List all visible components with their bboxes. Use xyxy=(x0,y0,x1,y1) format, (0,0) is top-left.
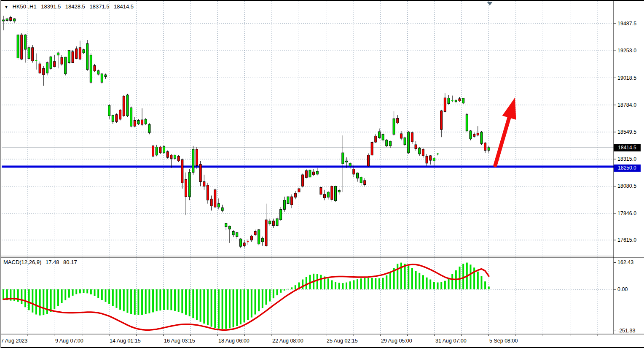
candle-body xyxy=(137,120,140,124)
macd-histogram-bar xyxy=(115,289,117,308)
macd-histogram-bar xyxy=(389,272,391,289)
candle-body xyxy=(254,231,256,235)
price-axis-label: 18784.0 xyxy=(617,102,636,108)
macd-histogram-bar xyxy=(371,278,373,289)
macd-histogram-bar xyxy=(378,278,380,289)
candle-body xyxy=(426,156,428,163)
macd-histogram-bar xyxy=(57,289,59,306)
candle-body xyxy=(283,200,285,210)
price-axis-label: 17615.0 xyxy=(617,237,636,243)
last-bar-marker-icon xyxy=(487,2,493,5)
macd-histogram-bar xyxy=(185,289,187,315)
price-axis-label: 18080.5 xyxy=(617,183,636,189)
candle-body xyxy=(338,190,340,192)
macd-histogram-bar xyxy=(470,264,471,289)
candle-body xyxy=(68,51,70,63)
macd-histogram-bar xyxy=(54,289,55,309)
macd-histogram-bar xyxy=(480,276,482,289)
candle-body xyxy=(294,193,296,197)
candle-body xyxy=(239,239,241,246)
macd-histogram-bar xyxy=(284,289,285,291)
macd-histogram-bar xyxy=(101,289,103,300)
candle-body xyxy=(269,221,271,224)
candle-body xyxy=(419,148,421,154)
macd-histogram-bar xyxy=(317,274,318,289)
macd-axis-label: -251.33 xyxy=(617,328,635,334)
macd-histogram-bar xyxy=(97,289,99,298)
candle-body xyxy=(145,119,147,124)
candle-body xyxy=(105,75,107,76)
window-border-top xyxy=(0,0,644,1)
up-arrow-shaft[interactable] xyxy=(495,118,509,165)
candle-body xyxy=(79,48,81,59)
candle-body xyxy=(422,149,424,156)
candle-body xyxy=(210,199,212,206)
macd-histogram-bar xyxy=(338,283,340,289)
macd-histogram-bar xyxy=(61,289,63,303)
macd-histogram-bar xyxy=(233,289,234,327)
candle-body xyxy=(101,74,103,82)
macd-histogram-bar xyxy=(276,289,278,295)
macd-histogram-bar xyxy=(163,289,165,310)
candle-body xyxy=(346,161,348,162)
candle-body xyxy=(188,173,191,197)
candle-body xyxy=(378,132,380,138)
macd-histogram-bar xyxy=(181,289,183,313)
macd-histogram-bar xyxy=(342,283,343,289)
macd-histogram-bar xyxy=(72,289,74,296)
up-arrow-head-icon[interactable] xyxy=(502,97,516,120)
chart-surface[interactable]: 19487.519253.019018.518784.018549.518315… xyxy=(0,0,644,348)
candle-body xyxy=(57,53,59,55)
macd-histogram-bar xyxy=(404,264,406,289)
macd-histogram-bar xyxy=(90,289,92,294)
candle-body xyxy=(305,171,307,178)
candle-body xyxy=(50,57,52,68)
macd-histogram-bar xyxy=(148,289,150,313)
candle-body xyxy=(174,155,176,159)
ohlc-low: 18371.5 xyxy=(89,3,109,10)
candle-body xyxy=(320,187,322,194)
candle-body xyxy=(462,98,464,103)
macd-histogram-bar xyxy=(408,266,409,289)
macd-histogram-bar xyxy=(203,289,205,324)
symbol-dropdown-icon[interactable]: ▼ xyxy=(4,5,8,9)
candle-body xyxy=(232,231,234,235)
candle-body xyxy=(130,108,132,126)
candle-body xyxy=(108,105,110,116)
candle-body xyxy=(477,133,479,135)
candle-body xyxy=(316,171,318,174)
candle-body xyxy=(488,148,490,150)
macd-histogram-bar xyxy=(75,289,77,294)
candle-body xyxy=(6,19,8,20)
macd-histogram-bar xyxy=(382,278,384,289)
macd-histogram-bar xyxy=(269,289,271,302)
price-axis-label: 17846.0 xyxy=(617,210,636,216)
macd-histogram-bar xyxy=(397,264,398,289)
macd-histogram-bar xyxy=(488,286,490,289)
candle-body xyxy=(28,48,30,59)
candle-body xyxy=(39,64,41,73)
macd-histogram-bar xyxy=(167,289,169,310)
macd-indicator-label: MACD(12,26,9) 17.48 80.17 xyxy=(3,259,80,265)
candle-body xyxy=(170,155,172,159)
macd-histogram-bar xyxy=(123,289,125,311)
candle-body xyxy=(375,136,377,142)
candle-body xyxy=(313,172,315,175)
macd-histogram-bar xyxy=(83,289,85,293)
candle-body xyxy=(287,197,289,203)
macd-histogram-bar xyxy=(368,278,369,289)
ohlc-high: 18428.5 xyxy=(65,3,85,10)
trading-chart-window: 19487.519253.019018.518784.018549.518315… xyxy=(0,0,644,348)
candle-body xyxy=(225,223,227,227)
candle-body xyxy=(466,115,468,131)
macd-histogram-bar xyxy=(287,289,289,289)
macd-histogram-bar xyxy=(86,289,88,293)
candle-body xyxy=(148,124,150,132)
candle-body xyxy=(440,111,443,129)
macd-histogram-bar xyxy=(68,289,70,298)
candle-body xyxy=(364,181,366,185)
candle-body xyxy=(94,65,96,71)
candle-body xyxy=(24,35,26,49)
macd-histogram-bar xyxy=(444,281,446,289)
candle-body xyxy=(324,194,326,198)
